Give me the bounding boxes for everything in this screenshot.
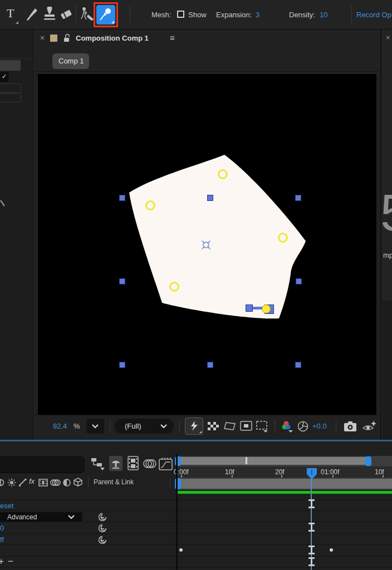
eraser-tool-button[interactable] <box>59 7 74 22</box>
playhead-notch <box>311 470 312 475</box>
keyframe-dot[interactable] <box>179 548 183 552</box>
panel-column-divider[interactable] <box>176 454 178 570</box>
zoom-value[interactable]: 92.4 <box>53 422 67 430</box>
property-value-0[interactable]: 0 <box>0 524 4 532</box>
tab-area-divider <box>33 71 380 72</box>
left-strip-check-button[interactable]: ✓ <box>0 72 9 82</box>
chevron-down-icon <box>160 424 167 429</box>
pick-whip-icon[interactable] <box>97 535 107 545</box>
row-divider <box>0 533 392 534</box>
tab-close-button[interactable]: × <box>40 33 45 42</box>
channel-settings-icon[interactable] <box>280 420 293 433</box>
reset-exposure-icon[interactable] <box>297 420 309 433</box>
region-of-interest-icon[interactable] <box>256 421 269 433</box>
left-strip-selected-row[interactable] <box>0 60 21 71</box>
selection-handle[interactable] <box>207 195 213 201</box>
property-value-off[interactable]: ff <box>0 535 4 544</box>
time-ruler[interactable]: 0:00f 10f 20f 01:00f 10f <box>176 466 392 479</box>
clone-stamp-tool-button[interactable] <box>42 7 57 22</box>
ruler-label: 10f <box>225 468 234 476</box>
engine-dropdown[interactable]: Advanced <box>0 512 82 522</box>
comp-breadcrumb-label: Comp 1 <box>58 57 84 65</box>
motion-blur-icon[interactable] <box>143 458 157 469</box>
frame-blend-switch-icon[interactable] <box>38 478 48 487</box>
shy-icon[interactable] <box>0 478 5 487</box>
bar-divider <box>275 420 275 433</box>
column-divider <box>170 478 170 488</box>
puppet-pin-tool-button[interactable] <box>96 5 115 24</box>
motion-blur-switch-icon[interactable] <box>50 478 61 487</box>
expansion-value[interactable]: 3 <box>256 11 259 19</box>
remove-button[interactable]: − <box>8 556 13 567</box>
selection-handle[interactable] <box>119 195 125 201</box>
left-strip-divider <box>0 58 33 59</box>
show-label: Show <box>188 11 207 19</box>
selection-handle[interactable] <box>207 362 213 368</box>
cropped-label: mp <box>383 251 392 259</box>
puppet-tool-flyout-arrow <box>111 21 114 23</box>
pick-whip-icon[interactable] <box>97 523 107 533</box>
zoom-dropdown-button[interactable] <box>86 419 104 434</box>
type-tool-button[interactable]: T <box>4 4 20 24</box>
keyframe-marker <box>311 558 312 566</box>
unlock-icon[interactable] <box>62 33 71 42</box>
chevron-down-icon <box>68 515 75 519</box>
composition-viewport[interactable] <box>38 74 376 415</box>
time-navigator-bar[interactable] <box>178 457 367 465</box>
work-area-bar[interactable] <box>178 479 392 489</box>
selection-handle[interactable] <box>119 362 125 368</box>
selection-handle[interactable] <box>295 362 301 368</box>
frame-blending-icon[interactable] <box>126 456 140 471</box>
bar-divider <box>110 420 110 433</box>
density-value[interactable]: 10 <box>320 11 327 19</box>
keyframe-marker <box>311 546 312 554</box>
selection-handle[interactable] <box>295 195 301 201</box>
selected-puppet-pin[interactable] <box>262 304 271 313</box>
tab-title[interactable]: Composition Comp 1 <box>76 34 149 42</box>
transparency-grid-icon[interactable] <box>208 422 219 431</box>
right-panel-close-button[interactable]: × <box>386 33 390 42</box>
anchor-point-icon[interactable] <box>199 238 213 252</box>
quality-icon[interactable] <box>18 478 27 487</box>
left-strip-row[interactable] <box>0 93 21 102</box>
draft-3d-button[interactable] <box>109 456 122 471</box>
fx-icon[interactable]: fx <box>29 477 35 485</box>
navigator-end-handle[interactable] <box>365 456 371 466</box>
toolbar: T Mesh: <box>0 0 392 30</box>
selection-handle[interactable] <box>296 278 302 284</box>
property-reset[interactable]: eset <box>0 502 14 510</box>
puppet-pin[interactable] <box>278 233 288 243</box>
graph-editor-icon[interactable] <box>159 457 173 470</box>
3d-layer-icon[interactable] <box>73 478 83 487</box>
comp-breadcrumb-button[interactable]: Comp 1 <box>52 53 89 69</box>
guides-icon[interactable] <box>240 421 252 431</box>
type-tool-label: T <box>7 6 14 21</box>
keyframe-dot[interactable] <box>330 548 333 552</box>
column-header-row: fx Parent & Link <box>0 476 176 490</box>
fast-previews-button[interactable] <box>185 417 203 435</box>
keyframe-marker <box>311 500 312 508</box>
selection-handle[interactable] <box>119 278 125 284</box>
exposure-value[interactable]: +0.0 <box>312 422 327 430</box>
collapse-transformations-icon[interactable] <box>7 478 16 487</box>
after-effects-window: T Mesh: <box>0 0 392 570</box>
adjustment-layer-icon[interactable] <box>62 478 71 487</box>
mesh-show-checkbox[interactable] <box>177 11 184 18</box>
pick-whip-icon[interactable] <box>97 512 107 522</box>
mask-visibility-icon[interactable] <box>223 421 237 431</box>
snapshot-camera-icon[interactable] <box>343 420 359 433</box>
add-button[interactable]: + <box>0 556 4 567</box>
magnification-dropdown[interactable]: (Full) <box>115 419 174 434</box>
timeline-search-input[interactable] <box>0 456 85 473</box>
puppet-pin[interactable] <box>145 200 155 210</box>
bar-divider <box>336 420 336 433</box>
left-strip-row[interactable] <box>0 83 21 93</box>
puppet-pin[interactable] <box>169 282 179 292</box>
mini-flowchart-icon[interactable] <box>91 458 106 471</box>
panel-menu-icon[interactable]: ≡ <box>170 33 175 42</box>
brush-tool-button[interactable] <box>24 7 39 22</box>
pin-rotation-handle[interactable] <box>246 304 253 312</box>
record-options-link[interactable]: Record Op <box>356 11 391 19</box>
show-snapshot-eye-icon[interactable] <box>362 420 376 433</box>
puppet-pin[interactable] <box>218 169 228 179</box>
